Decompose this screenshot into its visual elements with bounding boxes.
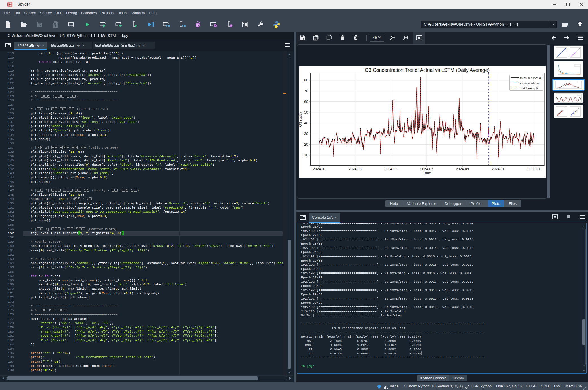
svg-text:2024-05: 2024-05 — [384, 167, 397, 171]
svg-text:S: S — [9, 3, 11, 6]
svg-text:O3 Concentration Trend: Actual: O3 Concentration Trend: Actual vs LSTM (… — [365, 67, 490, 73]
svg-text:2025-01: 2025-01 — [527, 167, 540, 171]
svg-text:2024-03: 2024-03 — [349, 167, 362, 171]
svg-text:10: 10 — [304, 153, 308, 157]
svg-text:40: 40 — [304, 121, 308, 125]
svg-text:Date: Date — [423, 171, 431, 175]
svg-text:2024-01: 2024-01 — [313, 167, 326, 171]
svg-text:30: 30 — [304, 132, 308, 136]
svg-text:20: 20 — [304, 143, 308, 147]
svg-text:2024-07: 2024-07 — [420, 167, 433, 171]
svg-text:80: 80 — [304, 78, 308, 82]
svg-text:O3 (ppb): O3 (ppb) — [299, 112, 302, 127]
svg-text:60: 60 — [304, 100, 308, 104]
svg-text:2024-09: 2024-09 — [456, 167, 469, 171]
svg-text:50: 50 — [304, 110, 308, 114]
svg-text:70: 70 — [304, 89, 308, 93]
svg-text:Measured (Actual): Measured (Actual) — [520, 76, 542, 79]
svg-text:LSTM Predicted: LSTM Predicted — [520, 82, 539, 85]
svg-text:Train/Test Split: Train/Test Split — [520, 87, 538, 90]
svg-text:2024-11: 2024-11 — [492, 167, 504, 171]
